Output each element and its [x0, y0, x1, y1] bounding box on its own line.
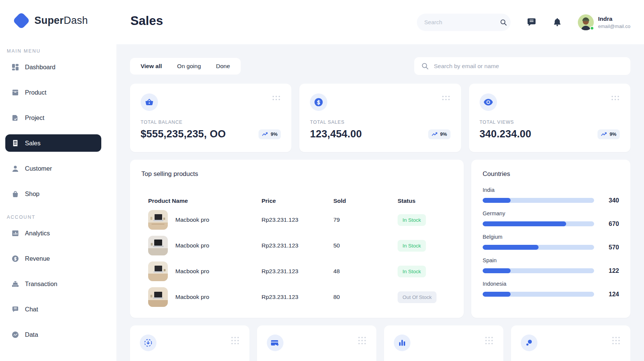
shop-bag-icon — [11, 190, 19, 198]
country-row-indonesia: Indonesia 124 — [483, 281, 619, 298]
customer-person-icon — [11, 165, 19, 173]
dollar-circle-icon — [310, 93, 327, 111]
tab-bar: View all On going Done — [130, 58, 241, 75]
sidebar-item-chat[interactable]: Chat — [5, 300, 101, 318]
sidebar-item-label: Chat — [25, 306, 38, 313]
product-sold: 50 — [333, 242, 398, 249]
bar-chart-icon — [394, 335, 410, 351]
table-row[interactable]: Macbook pro Rp23.231.123 80 Out Of Stock — [148, 287, 452, 307]
trend-badge: 9% — [598, 129, 620, 139]
sidebar-item-label: Shop — [25, 190, 40, 198]
search-icon[interactable] — [500, 19, 507, 26]
tab-on-going[interactable]: On going — [177, 63, 201, 70]
country-bar — [483, 268, 594, 273]
sidebar-item-label: Analytics — [25, 230, 50, 237]
sidebar-item-shop[interactable]: Shop — [5, 185, 101, 202]
status-badge: In Stock — [398, 214, 426, 226]
tab-view-all[interactable]: View all — [141, 63, 162, 70]
stat-value: 340.234.00 — [480, 128, 531, 140]
stat-label: TOTAL BALANCE — [141, 120, 281, 125]
col-sold: Sold — [333, 198, 398, 204]
product-sold: 79 — [333, 216, 398, 223]
sidebar-item-project[interactable]: Project — [5, 109, 101, 126]
card-menu-dots[interactable] — [231, 335, 240, 348]
sidebar-item-label: Sales — [25, 140, 40, 147]
sidebar-section-account: ACCOUNT — [7, 215, 116, 220]
search-icon — [421, 62, 429, 70]
brand-logo[interactable]: SuperDash — [0, 0, 116, 27]
stat-card-total-views: TOTAL VIEWS 340.234.00 9% — [469, 84, 630, 152]
countries-title: Countries — [483, 170, 619, 178]
country-value: 124 — [602, 291, 619, 298]
card-menu-dots[interactable] — [485, 335, 494, 348]
sidebar-item-product[interactable]: Product — [5, 84, 101, 101]
sidebar-item-data[interactable]: Data — [5, 326, 101, 343]
country-row-spain: Spain 122 — [483, 257, 619, 274]
header-search-input[interactable] — [424, 19, 500, 25]
sidebar-item-label: Product — [25, 89, 46, 96]
stat-cards: TOTAL BALANCE $555,235,235, OO 9% TOTAL … — [130, 84, 630, 152]
user-menu[interactable]: Indra email@mail.co — [578, 14, 630, 30]
project-file-icon — [11, 114, 19, 122]
sidebar-item-label: Transaction — [25, 280, 57, 288]
sidebar-item-transaction[interactable]: Transaction — [5, 275, 101, 293]
sidebar-item-label: Customer — [25, 165, 52, 172]
mini-card-bubbles — [511, 325, 630, 361]
stat-card-total-balance: TOTAL BALANCE $555,235,235, OO 9% — [130, 84, 291, 152]
card-menu-dots[interactable] — [441, 93, 450, 104]
sidebar-item-label: Project — [25, 114, 44, 121]
sidebar-item-analytics[interactable]: Analytics — [5, 224, 101, 242]
country-value: 122 — [602, 267, 619, 274]
col-product-name: Product Name — [148, 198, 262, 204]
card-menu-dots[interactable] — [611, 335, 621, 348]
country-value: 670 — [602, 220, 619, 227]
product-name: Macbook pro — [175, 268, 209, 275]
list-search[interactable] — [414, 57, 630, 75]
bell-icon[interactable] — [553, 17, 562, 27]
main-content: View all On going Done TOTAL BALANCE — [116, 44, 644, 361]
header-search[interactable] — [417, 14, 511, 31]
sidebar-item-sales[interactable]: Sales — [5, 134, 101, 152]
sidebar-item-revenue[interactable]: Revenue — [5, 250, 101, 267]
country-label: Belgium — [483, 234, 619, 240]
country-label: Indonesia — [483, 281, 619, 287]
product-price: Rp23.231.123 — [262, 242, 333, 249]
brand-name: SuperDash — [34, 15, 88, 26]
card-menu-dots[interactable] — [611, 93, 620, 104]
logo-diamond-icon — [12, 12, 30, 30]
card-add-icon — [267, 335, 283, 351]
analytics-chart-icon — [11, 229, 19, 237]
product-image — [148, 236, 168, 255]
sidebar: SuperDash MAIN MENU Dashboard Product Pr… — [0, 0, 116, 361]
product-name: Macbook pro — [175, 242, 209, 249]
countries-panel: Countries India 340 Germany 670 Belgium — [471, 160, 630, 318]
product-price: Rp23.231.123 — [262, 294, 333, 300]
list-search-input[interactable] — [434, 63, 624, 70]
table-row[interactable]: Macbook pro Rp23.231.123 79 In Stock — [148, 210, 452, 230]
sidebar-item-label: Revenue — [25, 255, 50, 262]
sidebar-item-dashboard[interactable]: Dashboard — [5, 58, 101, 76]
trend-value: 9% — [440, 132, 447, 137]
country-label: India — [483, 187, 619, 193]
card-menu-dots[interactable] — [272, 93, 281, 104]
user-email: email@mail.co — [598, 23, 630, 29]
sidebar-item-customer[interactable]: Customer — [5, 160, 101, 177]
panel-title: Top selling products — [141, 170, 452, 178]
chat-icon[interactable] — [526, 17, 537, 27]
transaction-register-icon — [11, 280, 19, 288]
status-badge: Out Of Stock — [398, 291, 437, 303]
card-menu-dots[interactable] — [358, 335, 367, 348]
chat-bubble-icon — [11, 305, 19, 313]
header: Sales Indra email@mail.co — [116, 0, 644, 44]
user-name: Indra — [598, 16, 630, 22]
country-bar — [483, 292, 594, 297]
sidebar-item-label: Dashboard — [25, 64, 56, 71]
bubbles-icon — [521, 335, 537, 351]
table-row[interactable]: Macbook pro Rp23.231.123 50 In Stock — [148, 235, 452, 256]
mini-card-card-add — [257, 325, 376, 361]
brand-light: Dash — [64, 15, 88, 26]
product-sold: 80 — [333, 294, 398, 300]
col-status: Status — [398, 198, 452, 204]
tab-done[interactable]: Done — [216, 63, 230, 70]
table-row[interactable]: Macbook pro Rp23.231.123 48 In Stock — [148, 261, 452, 282]
